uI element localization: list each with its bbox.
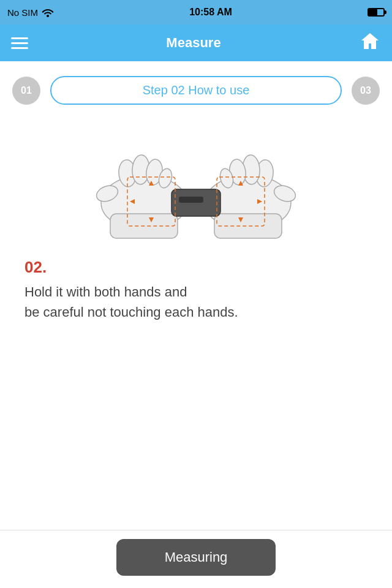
instruction-number: 02. [0, 252, 392, 279]
bottom-bar: Measuring [0, 530, 392, 588]
instruction-text: Hold it with both hands and be careful n… [0, 279, 392, 322]
nav-bar: Measure [0, 24, 392, 61]
step-next: 03 [352, 77, 380, 105]
no-sim-text: No SIM [7, 7, 38, 18]
step-indicator: 01 Step 02 How to use 03 [0, 61, 392, 105]
status-right [368, 8, 385, 17]
step-label-box: Step 02 How to use [50, 76, 342, 105]
home-icon[interactable] [359, 30, 381, 56]
step-previous: 01 [12, 77, 40, 105]
step-label-text: Step 02 How to use [143, 83, 250, 97]
instruction-line1: Hold it with both hands and [24, 284, 187, 300]
wifi-icon [42, 7, 54, 17]
main-content: 01 Step 02 How to use 03 [0, 61, 392, 588]
illustration-container [0, 105, 392, 252]
battery-icon [368, 8, 385, 17]
hamburger-menu[interactable] [11, 37, 28, 49]
instruction-line2: be careful not touching each hands. [24, 304, 238, 320]
nav-title: Measure [166, 35, 221, 51]
status-left: No SIM [7, 7, 54, 18]
status-time: 10:58 AM [189, 7, 232, 18]
measuring-button[interactable]: Measuring [116, 539, 276, 576]
status-bar: No SIM 10:58 AM [0, 0, 392, 24]
hands-illustration [37, 123, 355, 246]
svg-rect-15 [179, 197, 203, 203]
